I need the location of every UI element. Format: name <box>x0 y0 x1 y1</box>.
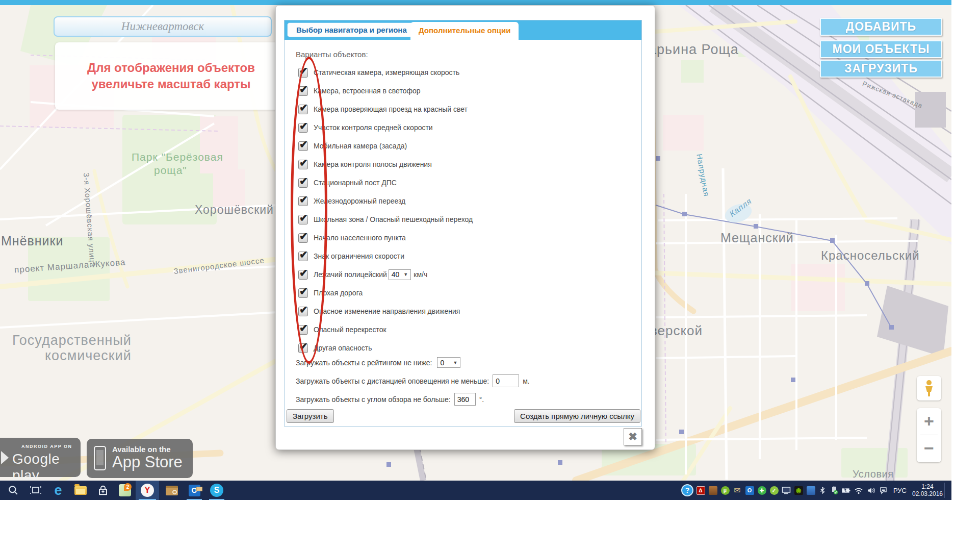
tray-leaf[interactable]: ✓ <box>768 481 780 500</box>
tray-acrobat[interactable]: ∆ <box>694 481 707 500</box>
task-view-icon <box>30 485 42 495</box>
zoom-notice-line1: Для отображения объектов <box>87 60 255 76</box>
option-row: ✔Камера, встроенная в светофор <box>298 86 473 96</box>
map-label-krasnoselsky: Красносельский <box>821 248 920 263</box>
tray-nvidia[interactable]: ◉ <box>792 481 805 500</box>
speed-bump-value: 40 <box>392 270 400 279</box>
tray-usb[interactable] <box>828 481 840 500</box>
tray-action-center[interactable] <box>877 481 889 500</box>
active-app-underline <box>209 499 224 500</box>
map-label-park-line2: роща" <box>154 164 187 177</box>
app-store-caption: Available on the <box>112 445 170 454</box>
download-button[interactable]: ЗАГРУЗИТЬ <box>820 60 942 78</box>
dictionary-icon <box>807 486 815 495</box>
zoom-out-button[interactable]: − <box>917 435 941 462</box>
show-desktop-divider[interactable] <box>944 483 945 498</box>
outlook-tray-icon: O <box>745 486 754 495</box>
option-label: Железнодорожный переезд <box>314 197 405 205</box>
tray-app-brown[interactable] <box>707 481 719 500</box>
angle-input[interactable] <box>454 393 476 406</box>
close-button[interactable]: ✖ <box>624 428 642 445</box>
yandex-browser-button[interactable]: Y <box>136 481 159 500</box>
acrobat-icon: ∆ <box>697 486 705 495</box>
tray-outlook[interactable]: O <box>743 481 756 500</box>
package-app-button[interactable] <box>161 481 183 500</box>
page-header-strip <box>0 0 951 5</box>
pegman-icon <box>922 380 936 397</box>
map-label-mnevniki: Мнёвники <box>1 234 64 248</box>
tray-display[interactable] <box>780 481 792 500</box>
task-view-button[interactable] <box>25 481 46 500</box>
app-store-badge[interactable]: Available on the App Store <box>87 439 193 478</box>
tray-utorrent[interactable]: µ <box>719 481 731 500</box>
distance-input[interactable] <box>493 374 519 387</box>
speed-bump-select[interactable]: 40▼ <box>389 269 411 280</box>
outlook-button[interactable]: O <box>184 481 205 500</box>
battery-icon <box>842 487 851 494</box>
zoom-notice-box: Для отображения объектов увеличьте масшт… <box>55 42 287 110</box>
tab-navigator-region[interactable]: Выбор навигатора и региона <box>287 22 416 37</box>
rating-value: 0 <box>440 359 444 367</box>
leaf-check-icon: ✓ <box>770 486 779 495</box>
shield-plus-icon: ✚ <box>758 486 766 495</box>
nvidia-icon: ◉ <box>794 486 803 495</box>
bluetooth-icon <box>819 486 826 495</box>
screen: арьина Роща Мещанский Красносельский вер… <box>0 0 951 500</box>
tray-mail[interactable]: ✉ <box>731 481 743 500</box>
gis-maps-button[interactable]: 2 <box>114 481 136 500</box>
option-row: ✔Камера проверяющая проезд на красный св… <box>298 104 473 114</box>
chevron-down-icon: ▼ <box>453 360 458 365</box>
search-input[interactable] <box>54 16 272 37</box>
taskbar-search-button[interactable] <box>3 481 23 500</box>
taskbar: e 2 Y O S ? ∆ µ ✉ O ✚ ✓ <box>0 481 951 500</box>
active-app-underline <box>187 499 202 500</box>
clock[interactable]: 1:24 02.03.2016 <box>912 481 943 500</box>
skype-icon: S <box>210 484 223 497</box>
my-objects-button[interactable]: МОИ ОБЪЕКТЫ <box>820 40 942 58</box>
magnifier-icon <box>172 490 177 494</box>
map-label-gos-line2: космический <box>45 348 132 364</box>
zoom-notice-line2: увеличьте масштаб карты <box>91 76 250 92</box>
tray-battery[interactable] <box>840 481 853 500</box>
google-play-caption: ANDROID APP ON <box>21 444 72 449</box>
option-label: Статическая камера, измеряющая скорость <box>314 68 459 77</box>
zoom-in-button[interactable]: + <box>917 408 941 435</box>
dialog-panel: Выбор навигатора и региона Дополнительны… <box>284 20 642 427</box>
dialog-tabbar: Выбор навигатора и региона Дополнительны… <box>285 20 641 40</box>
file-explorer-button[interactable] <box>70 481 91 500</box>
google-play-triangle-icon <box>1 451 9 464</box>
tray-bluetooth[interactable] <box>817 481 828 500</box>
rating-label: Загружать объекты с рейтингом не ниже: <box>296 359 432 367</box>
windows-store-button[interactable] <box>93 481 113 500</box>
tray-dictionary[interactable] <box>805 481 817 500</box>
tray-wifi[interactable] <box>853 481 865 500</box>
distance-label: Загружать объекты с дистанцией оповещени… <box>296 377 489 385</box>
store-bag-icon <box>97 485 109 496</box>
rating-select[interactable]: 0▼ <box>437 357 460 368</box>
skype-button[interactable]: S <box>206 481 227 500</box>
tray-antivirus[interactable]: ✚ <box>756 481 768 500</box>
option-label: Начало населенного пункта <box>314 234 406 242</box>
add-object-button[interactable]: ДОБАВИТЬ <box>820 18 942 36</box>
usb-icon <box>830 486 838 494</box>
tab-additional-options[interactable]: Дополнительные опции <box>410 22 519 40</box>
help-pointer[interactable]: ? <box>679 481 695 500</box>
map-label-marina-roscha: арьина Роща <box>649 42 739 58</box>
volume-icon <box>867 487 875 494</box>
search-icon <box>8 485 19 496</box>
map-label-meshchansky: Мещанский <box>720 231 794 245</box>
google-play-badge[interactable]: ANDROID APP ON Google play <box>0 438 81 477</box>
create-link-button[interactable]: Создать прямую личную ссылку <box>514 409 640 423</box>
streetview-pegman-button[interactable] <box>917 376 941 400</box>
option-label: Мобильная камера (засада) <box>314 142 407 150</box>
option-row: ✔Другая опасность <box>298 343 473 353</box>
language-indicator[interactable]: РУС <box>890 481 910 500</box>
load-button[interactable]: Загрузить <box>287 409 334 423</box>
display-icon <box>782 486 791 494</box>
tray-volume[interactable] <box>865 481 877 500</box>
rating-setting-row: Загружать объекты с рейтингом не ниже: 0… <box>296 357 460 368</box>
option-label: Камера, встроенная в светофор <box>314 87 421 95</box>
option-row: ✔Статическая камера, измеряющая скорость <box>298 67 473 78</box>
edge-browser-button[interactable]: e <box>48 481 68 500</box>
map-label-park-line1: Парк "Берёзовая <box>132 151 223 163</box>
